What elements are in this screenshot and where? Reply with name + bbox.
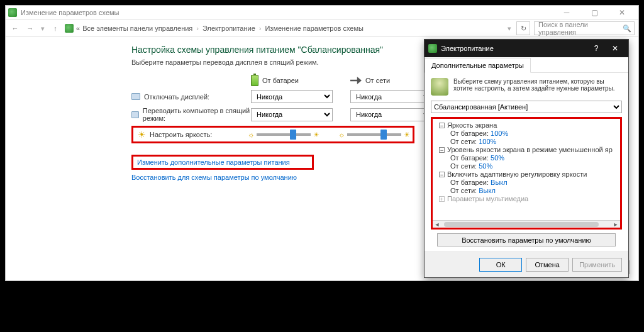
horizontal-scrollbar[interactable]: ◄ ► bbox=[433, 220, 620, 228]
settings-tree[interactable]: −Яркость экрана От батареи: 100% От сети… bbox=[433, 119, 620, 206]
forward-button[interactable]: → bbox=[25, 23, 36, 34]
dialog-close-button[interactable]: ✕ bbox=[606, 42, 625, 55]
expand-icon[interactable]: + bbox=[439, 196, 445, 202]
up-button[interactable]: ↑ bbox=[50, 23, 61, 34]
dialog-footer: ОК Отмена Применить bbox=[425, 252, 628, 277]
display-icon bbox=[131, 93, 140, 100]
scroll-left-icon[interactable]: ◄ bbox=[433, 221, 441, 228]
tab-advanced[interactable]: Дополнительные параметры bbox=[425, 58, 531, 73]
titlebar: Изменение параметров схемы ─ ▢ ✕ bbox=[6, 6, 638, 19]
apply-button[interactable]: Применить bbox=[572, 258, 622, 272]
sleep-battery-select[interactable]: Никогда bbox=[251, 108, 333, 121]
settings-tree-highlight: −Яркость экрана От батареи: 100% От сети… bbox=[431, 117, 622, 230]
collapse-icon[interactable]: − bbox=[439, 123, 445, 128]
sun-large-icon: ☀ bbox=[404, 131, 410, 139]
search-icon: 🔍 bbox=[623, 25, 631, 33]
sleep-plugged-select[interactable]: Никогда bbox=[350, 108, 432, 121]
sun-small-icon: ☼ bbox=[248, 131, 254, 138]
collapse-icon[interactable]: − bbox=[439, 172, 445, 177]
power-options-dialog: Электропитание ? ✕ Дополнительные параме… bbox=[424, 39, 629, 278]
window-title: Изменение параметров схемы bbox=[21, 9, 119, 16]
breadcrumb-item[interactable]: Все элементы панели управления bbox=[82, 25, 192, 32]
sun-large-icon: ☀ bbox=[313, 131, 319, 139]
collapse-icon[interactable]: − bbox=[439, 147, 445, 153]
tree-value[interactable]: 50% bbox=[479, 162, 492, 170]
breadcrumb-item[interactable]: Изменение параметров схемы bbox=[265, 25, 363, 32]
dialog-title: Электропитание bbox=[441, 45, 494, 52]
brightness-battery-slider[interactable] bbox=[257, 133, 311, 136]
power-icon bbox=[65, 24, 74, 33]
sun-icon: ☀ bbox=[137, 130, 146, 139]
row-sleep-label: Переводить компьютер в спящий режим: bbox=[131, 107, 251, 122]
tree-value[interactable]: 100% bbox=[491, 130, 508, 137]
brightness-plugged-slider[interactable] bbox=[347, 133, 401, 136]
cancel-button[interactable]: Отмена bbox=[526, 258, 569, 272]
column-battery: От батареи bbox=[251, 75, 338, 86]
breadcrumb-item[interactable]: Электропитание bbox=[203, 25, 255, 32]
power-icon bbox=[8, 8, 17, 17]
power-icon bbox=[428, 44, 437, 53]
ok-button[interactable]: ОК bbox=[479, 258, 522, 272]
plug-icon bbox=[350, 77, 362, 84]
link-advanced-settings[interactable]: Изменить дополнительные параметры питани… bbox=[137, 158, 308, 166]
display-off-battery-select[interactable]: Никогда bbox=[251, 90, 333, 103]
sun-small-icon: ☼ bbox=[338, 131, 345, 138]
close-button[interactable]: ✕ bbox=[608, 6, 636, 19]
refresh-button[interactable]: ↻ bbox=[516, 21, 530, 35]
back-button[interactable]: ← bbox=[9, 23, 21, 34]
navbar: ← → ▾ ↑ « Все элементы панели управления… bbox=[6, 19, 638, 37]
dialog-description: Выберите схему управления питанием, кото… bbox=[431, 78, 622, 96]
dialog-titlebar: Электропитание ? ✕ bbox=[425, 40, 628, 57]
sleep-icon bbox=[131, 111, 139, 118]
battery-icon bbox=[251, 75, 258, 86]
tree-value[interactable]: Выкл bbox=[479, 187, 496, 194]
display-off-plugged-select[interactable]: Никогда bbox=[350, 90, 432, 103]
breadcrumb[interactable]: « Все элементы панели управления › Элект… bbox=[65, 24, 502, 33]
lamp-icon bbox=[431, 78, 448, 96]
help-button[interactable]: ? bbox=[587, 42, 606, 55]
brightness-highlight: ☀Настроить яркость: ☼ ☀ ☼ ☀ bbox=[131, 126, 414, 143]
minimize-button[interactable]: ─ bbox=[553, 6, 580, 19]
tree-value[interactable]: 100% bbox=[479, 138, 496, 145]
maximize-button[interactable]: ▢ bbox=[580, 6, 608, 19]
search-input[interactable]: Поиск в панели управления 🔍 bbox=[534, 21, 635, 35]
scroll-right-icon[interactable]: ► bbox=[611, 221, 620, 228]
row-display-label: Отключать дисплей: bbox=[131, 93, 251, 101]
dialog-tabs: Дополнительные параметры bbox=[425, 57, 628, 73]
tree-value[interactable]: 50% bbox=[491, 154, 504, 162]
restore-defaults-button[interactable]: Восстановить параметры по умолчанию bbox=[437, 233, 616, 246]
chevron-right-icon: › bbox=[196, 25, 199, 32]
power-plan-select[interactable]: Сбалансированная [Активен] bbox=[431, 101, 622, 113]
chevron-right-icon: › bbox=[259, 25, 262, 32]
row-brightness-label: ☀Настроить яркость: bbox=[137, 130, 248, 139]
tree-value[interactable]: Выкл bbox=[491, 179, 508, 186]
